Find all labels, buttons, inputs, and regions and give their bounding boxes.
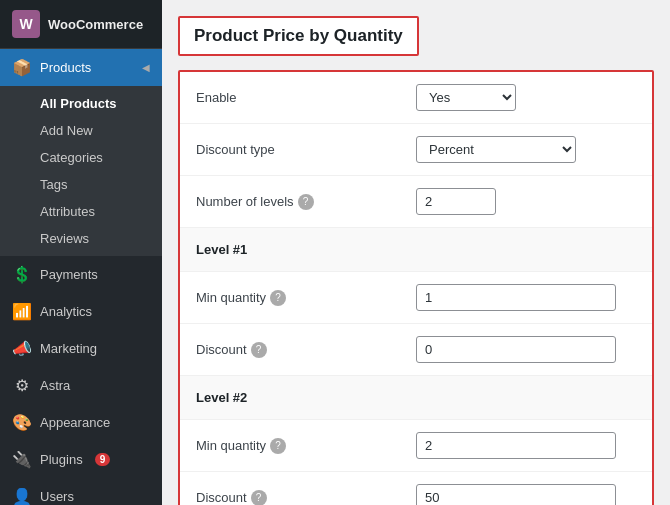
products-icon: 📦 [12, 58, 32, 77]
enable-select[interactable]: Yes No [416, 84, 516, 111]
level2-header: Level #2 [180, 376, 652, 420]
sidebar-item-plugins[interactable]: 🔌 Plugins 9 [0, 441, 162, 478]
sidebar-users-label: Users [40, 489, 74, 504]
enable-row: Enable Yes No [180, 72, 652, 124]
discount-type-label: Discount type [196, 142, 416, 157]
page-title: Product Price by Quantity [194, 26, 403, 46]
sidebar-marketing-label: Marketing [40, 341, 97, 356]
sidebar-item-analytics[interactable]: 📶 Analytics [0, 293, 162, 330]
num-levels-row: Number of levels ? [180, 176, 652, 228]
users-icon: 👤 [12, 487, 32, 505]
level2-min-qty-label: Min quantity ? [196, 438, 416, 454]
sidebar-item-astra[interactable]: ⚙ Astra [0, 367, 162, 404]
num-levels-input[interactable] [416, 188, 496, 215]
products-submenu: All Products Add New Categories Tags Att… [0, 86, 162, 256]
level1-discount-row: Discount ? [180, 324, 652, 376]
sidebar-item-payments[interactable]: 💲 Payments [0, 256, 162, 293]
sidebar-payments-label: Payments [40, 267, 98, 282]
submenu-reviews[interactable]: Reviews [0, 225, 162, 252]
level2-discount-row: Discount ? [180, 472, 652, 505]
level2-min-qty-input[interactable] [416, 432, 616, 459]
sidebar-item-appearance[interactable]: 🎨 Appearance [0, 404, 162, 441]
sidebar: W WooCommerce 📦 Products ◀ All Products … [0, 0, 162, 505]
sidebar-item-products[interactable]: 📦 Products ◀ [0, 49, 162, 86]
analytics-icon: 📶 [12, 302, 32, 321]
level2-min-qty-control [416, 432, 636, 459]
level1-header: Level #1 [180, 228, 652, 272]
level2-discount-label: Discount ? [196, 490, 416, 506]
submenu-all-products[interactable]: All Products [0, 90, 162, 117]
num-levels-control [416, 188, 636, 215]
marketing-icon: 📣 [12, 339, 32, 358]
level2-discount-help-icon[interactable]: ? [251, 490, 267, 506]
enable-control: Yes No [416, 84, 636, 111]
level1-discount-label: Discount ? [196, 342, 416, 358]
level1-discount-control [416, 336, 636, 363]
sidebar-item-users[interactable]: 👤 Users [0, 478, 162, 505]
submenu-add-new[interactable]: Add New [0, 117, 162, 144]
settings-panel: Enable Yes No Discount type Percent Fixe… [178, 70, 654, 505]
level2-min-qty-row: Min quantity ? [180, 420, 652, 472]
level2-min-qty-help-icon[interactable]: ? [270, 438, 286, 454]
level1-min-qty-help-icon[interactable]: ? [270, 290, 286, 306]
submenu-attributes[interactable]: Attributes [0, 198, 162, 225]
level1-min-qty-row: Min quantity ? [180, 272, 652, 324]
sidebar-products-label: Products [40, 60, 91, 75]
level1-discount-help-icon[interactable]: ? [251, 342, 267, 358]
level1-min-qty-input[interactable] [416, 284, 616, 311]
main-content: Product Price by Quantity Enable Yes No … [162, 0, 670, 505]
payments-icon: 💲 [12, 265, 32, 284]
page-title-box: Product Price by Quantity [178, 16, 419, 56]
sidebar-appearance-label: Appearance [40, 415, 110, 430]
num-levels-label: Number of levels ? [196, 194, 416, 210]
products-section: 📦 Products ◀ All Products Add New Catego… [0, 49, 162, 256]
level2-discount-control [416, 484, 636, 505]
sidebar-item-marketing[interactable]: 📣 Marketing [0, 330, 162, 367]
sidebar-plugins-label: Plugins [40, 452, 83, 467]
level1-discount-input[interactable] [416, 336, 616, 363]
sidebar-astra-label: Astra [40, 378, 70, 393]
submenu-categories[interactable]: Categories [0, 144, 162, 171]
enable-label: Enable [196, 90, 416, 105]
sidebar-logo[interactable]: W WooCommerce [0, 0, 162, 49]
appearance-icon: 🎨 [12, 413, 32, 432]
woocommerce-icon: W [12, 10, 40, 38]
discount-type-row: Discount type Percent Fixed [180, 124, 652, 176]
products-arrow-icon: ◀ [142, 62, 150, 73]
level1-min-qty-control [416, 284, 636, 311]
plugins-badge: 9 [95, 453, 111, 466]
plugins-icon: 🔌 [12, 450, 32, 469]
level2-discount-input[interactable] [416, 484, 616, 505]
astra-icon: ⚙ [12, 376, 32, 395]
sidebar-analytics-label: Analytics [40, 304, 92, 319]
submenu-tags[interactable]: Tags [0, 171, 162, 198]
level1-min-qty-label: Min quantity ? [196, 290, 416, 306]
discount-type-control: Percent Fixed [416, 136, 636, 163]
sidebar-logo-text: WooCommerce [48, 17, 143, 32]
num-levels-help-icon[interactable]: ? [298, 194, 314, 210]
discount-type-select[interactable]: Percent Fixed [416, 136, 576, 163]
